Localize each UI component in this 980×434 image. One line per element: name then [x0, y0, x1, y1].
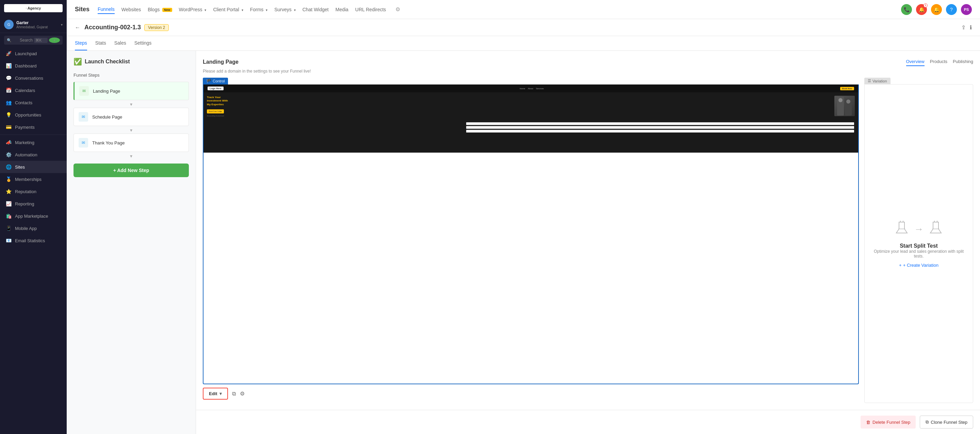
tab-client-portal[interactable]: Client Portal ▾ [213, 5, 243, 14]
svg-point-1 [838, 98, 843, 102]
mobile-app-icon: 📱 [5, 225, 11, 231]
alert-icon-button[interactable]: 🔔 [931, 4, 942, 15]
phone-icon-button[interactable]: 📞 [901, 4, 912, 15]
control-badge: 🏴 Control [203, 78, 228, 85]
tab-media[interactable]: Media [336, 5, 348, 14]
mock-field [466, 126, 854, 129]
tab-url-redirects[interactable]: URL Redirects [355, 5, 386, 14]
panel-tab-publishing[interactable]: Publishing [953, 57, 973, 66]
mock-description: Accounting Investment [207, 115, 832, 117]
step-item-thankyou[interactable]: ✉ Thank You Page [73, 134, 189, 152]
tab-funnels[interactable]: Funnels [98, 5, 115, 14]
step-item-schedule[interactable]: ✉ Schedule Page [73, 108, 189, 126]
variation-header: ☰ Variation [864, 78, 973, 84]
clone-funnel-step-button[interactable]: ⧉ Clone Funnel Step [920, 416, 973, 429]
user-info: Garter Ahmedabad, Gujarat [16, 21, 61, 29]
user-avatar-button[interactable]: PS [961, 4, 972, 15]
search-row[interactable]: 🔍 Search ⌘K + [4, 36, 63, 45]
preview-image: Logo Here Home About Services Book Now [204, 85, 858, 153]
conversations-icon: 💬 [5, 75, 11, 81]
sidebar-item-mobile-app[interactable]: 📱 Mobile App [0, 222, 67, 235]
chevron-down-icon: ▾ [242, 8, 243, 12]
sidebar-item-label: Reporting [15, 201, 34, 206]
content-area: ✅ Launch Checklist Funnel Steps ✉ Landin… [67, 51, 980, 434]
sidebar-item-conversations[interactable]: 💬 Conversations [0, 72, 67, 84]
agency-logo[interactable]: ·Agency [4, 4, 63, 12]
step-connector-bottom: ▾ [73, 153, 189, 160]
subtab-sales[interactable]: Sales [115, 36, 126, 50]
sidebar-item-reporting[interactable]: 📈 Reporting [0, 198, 67, 210]
tab-surveys[interactable]: Surveys ▾ [274, 5, 295, 14]
sidebar-item-payments[interactable]: 💳 Payments [0, 121, 67, 133]
variation-badge: ☰ Variation [864, 78, 891, 84]
sites-icon: 🌐 [5, 164, 11, 170]
subtab-steps[interactable]: Steps [75, 36, 87, 50]
chevron-down-icon: ▾ [205, 8, 206, 12]
tab-websites[interactable]: Websites [121, 5, 141, 14]
sidebar-item-contacts[interactable]: 👥 Contacts [0, 96, 67, 108]
page-header: ← Accounting-002-1.3 Version 2 ⇪ ℹ [67, 19, 980, 36]
settings-icon[interactable]: ⚙ [395, 6, 400, 13]
step-item-landing[interactable]: ✉ Landing Page [73, 82, 189, 100]
split-test-svg [894, 219, 910, 236]
external-link-icon[interactable]: ⧉ [232, 391, 236, 397]
search-placeholder: Search [20, 38, 33, 43]
top-navbar: Sites Funnels Websites Blogs New WordPre… [67, 0, 980, 19]
sidebar-item-reputation[interactable]: ⭐ Reputation [0, 185, 67, 198]
user-menu[interactable]: G Garter Ahmedabad, Gujarat ▾ [0, 16, 67, 33]
sidebar-item-label: Calendars [15, 88, 35, 93]
sidebar-item-launchpad[interactable]: 🚀 Launchpad [0, 47, 67, 60]
sidebar-item-label: Conversations [15, 76, 43, 81]
sites-title: Sites [75, 6, 89, 13]
add-button[interactable]: + [49, 37, 60, 43]
trash-icon: 🗑 [866, 420, 870, 425]
tab-wordpress[interactable]: WordPress ▾ [179, 5, 207, 14]
main-nav: 🚀 Launchpad 📊 Dashboard 💬 Conversations … [0, 47, 67, 247]
reputation-icon: ⭐ [5, 189, 11, 194]
variation-icon: ☰ [868, 79, 871, 83]
edit-button[interactable]: Edit ▾ [203, 388, 228, 400]
add-step-button[interactable]: + Add New Step [73, 164, 189, 177]
copy-icon: ⧉ [926, 420, 929, 425]
main-content: Sites Funnels Websites Blogs New WordPre… [67, 0, 980, 434]
search-container: 🔍 Search ⌘K + [0, 33, 67, 47]
sidebar-item-dashboard[interactable]: 📊 Dashboard [0, 60, 67, 72]
panel-tab-products[interactable]: Products [930, 57, 947, 66]
sidebar-item-email-statistics[interactable]: 📧 Email Statistics [0, 235, 67, 247]
search-kbd: ⌘K [34, 38, 48, 43]
subtab-stats[interactable]: Stats [95, 36, 106, 50]
marketing-icon: 📣 [5, 140, 11, 145]
settings-icon[interactable]: ⚙ [240, 390, 245, 397]
sidebar-item-app-marketplace[interactable]: 🛍️ App Marketplace [0, 210, 67, 222]
sidebar-item-automation[interactable]: ⚙️ Automation [0, 148, 67, 161]
sidebar-item-memberships[interactable]: 🏅 Memberships [0, 173, 67, 185]
delete-funnel-step-button[interactable]: 🗑 Delete Funnel Step [861, 416, 916, 429]
preview-actions: Edit ▾ ⧉ ⚙ [203, 384, 859, 403]
tab-forms[interactable]: Forms ▾ [250, 5, 268, 14]
sidebar-item-opportunities[interactable]: 💡 Opportunities [0, 108, 67, 121]
sidebar-item-sites[interactable]: 🌐 Sites [0, 161, 67, 173]
panel-tab-overview[interactable]: Overview [906, 57, 924, 66]
step-email-icon: ✉ [79, 86, 89, 96]
notification-icon-button[interactable]: 🔔 1 [916, 4, 927, 15]
chevron-down-icon: ▾ [266, 8, 267, 12]
share-button[interactable]: ⇪ [961, 24, 966, 31]
tab-blogs[interactable]: Blogs New [148, 5, 172, 14]
sidebar-item-label: Marketing [15, 140, 34, 145]
tab-chat-widget[interactable]: Chat Widget [302, 5, 329, 14]
create-variation-button[interactable]: + + Create Variation [899, 263, 939, 268]
info-button[interactable]: ℹ [970, 24, 972, 31]
subtab-settings[interactable]: Settings [134, 36, 152, 50]
svg-point-3 [846, 99, 850, 104]
sidebar-item-calendars[interactable]: 📅 Calendars [0, 84, 67, 96]
search-icon: 🔍 [7, 38, 18, 43]
help-icon-button[interactable]: ? [946, 4, 957, 15]
opportunities-icon: 💡 [5, 112, 11, 118]
sidebar-item-marketing[interactable]: 📣 Marketing [0, 136, 67, 148]
right-panel-wrapper: Landing Page Overview Products Publishin… [196, 51, 980, 434]
mock-cta-button: Book Now [840, 87, 854, 90]
sidebar-item-label: App Marketplace [15, 214, 48, 219]
reporting-icon: 📈 [5, 201, 11, 206]
memberships-icon: 🏅 [5, 177, 11, 182]
back-button[interactable]: ← [75, 24, 80, 31]
